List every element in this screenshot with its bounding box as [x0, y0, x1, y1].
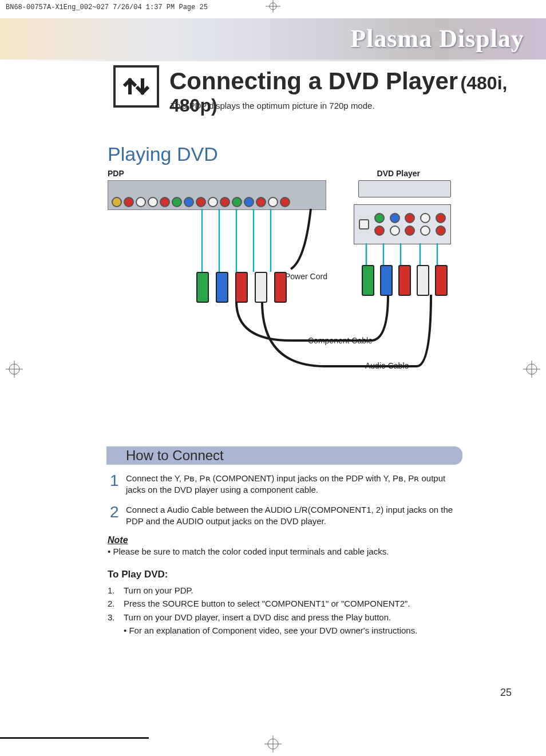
how-to-connect-section: How to Connect 1 Connect the Y, Pʙ, Pʀ (… — [108, 446, 462, 637]
note-heading: Note — [108, 535, 462, 545]
to-play-list: 1. Turn on your PDP. 2. Press the SOURCE… — [108, 584, 462, 637]
step-2: 2 Connect a Audio Cable between the AUDI… — [108, 504, 462, 528]
banner-underline — [0, 60, 546, 61]
registration-mark-left — [6, 361, 23, 378]
step-1: 1 Connect the Y, Pʙ, Pʀ (COMPONENT) inpu… — [108, 473, 462, 496]
page-number: 25 — [500, 687, 512, 699]
list-number: 2. — [108, 597, 118, 610]
step-text: Connect the Y, Pʙ, Pʀ (COMPONENT) input … — [126, 473, 462, 496]
how-to-connect-heading: How to Connect — [126, 448, 224, 464]
cable-lines — [108, 169, 451, 375]
arrows-icon — [113, 65, 159, 108]
list-subtext: • For an explanation of Component video,… — [108, 624, 462, 637]
page-subtitle: This PDP displays the optimum picture in… — [171, 101, 375, 110]
to-play-heading: To Play DVD: — [108, 569, 462, 580]
how-to-connect-bar: How to Connect — [106, 446, 462, 465]
connection-diagram: PDP DVD Player Power Cord Component Cabl… — [108, 169, 451, 375]
list-text: Turn on your DVD player, insert a DVD di… — [124, 611, 391, 624]
step-number: 1 — [110, 473, 120, 496]
list-item: 2. Press the SOURCE button to select "CO… — [108, 597, 462, 610]
step-number: 2 — [110, 504, 120, 528]
list-text: Press the SOURCE button to select "COMPO… — [124, 597, 410, 610]
registration-mark-bottom — [264, 735, 282, 753]
step-text: Connect a Audio Cable between the AUDIO … — [126, 504, 462, 528]
page-title-main: Connecting a DVD Player — [169, 68, 458, 94]
registration-mark-right — [523, 361, 540, 378]
bottom-trim-bar — [0, 737, 149, 739]
list-number: 3. — [108, 611, 118, 624]
section-heading-playing: Playing DVD — [108, 143, 218, 165]
list-item: 1. Turn on your PDP. — [108, 584, 462, 597]
registration-mark-top — [264, 0, 282, 13]
list-number: 1. — [108, 584, 118, 597]
list-item: 3. Turn on your DVD player, insert a DVD… — [108, 611, 462, 624]
list-text: Turn on your PDP. — [124, 584, 193, 597]
banner: Plasma Display — [0, 18, 546, 60]
note-text: • Please be sure to match the color code… — [108, 547, 462, 556]
banner-title: Plasma Display — [350, 24, 524, 53]
